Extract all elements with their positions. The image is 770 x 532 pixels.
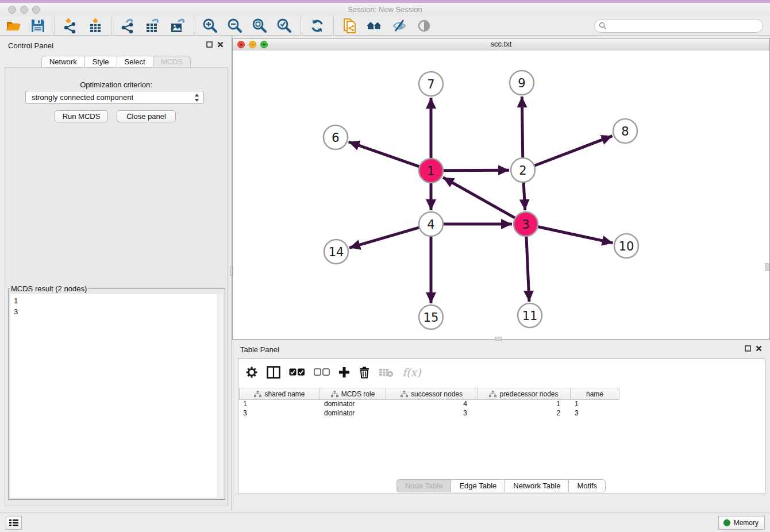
column-header-mcds-role[interactable]: MCDS role bbox=[320, 388, 386, 400]
minimize-window-button[interactable] bbox=[20, 6, 28, 14]
run-mcds-button[interactable]: Run MCDS bbox=[55, 110, 108, 122]
network-graph[interactable]: 1234678910111415 bbox=[233, 51, 769, 339]
tab-select[interactable]: Select bbox=[117, 56, 153, 68]
new-network-from-selection-icon[interactable] bbox=[341, 17, 359, 34]
save-session-icon[interactable] bbox=[29, 17, 47, 34]
function-builder-icon[interactable]: f(x) bbox=[402, 365, 421, 380]
first-neighbors-icon[interactable] bbox=[366, 17, 383, 34]
open-file-icon[interactable] bbox=[5, 17, 22, 34]
tab-edge-table[interactable]: Edge Table bbox=[451, 479, 505, 492]
result-scrollbar[interactable] bbox=[217, 294, 223, 498]
export-network-icon[interactable] bbox=[120, 17, 137, 34]
node-label: 10 bbox=[619, 240, 634, 253]
delete-table-icon[interactable] bbox=[379, 365, 394, 380]
zoom-in-icon[interactable] bbox=[202, 17, 219, 34]
select-all-columns-icon[interactable] bbox=[289, 365, 305, 380]
edge-2-9[interactable] bbox=[522, 97, 522, 158]
toggle-panel-columns-icon[interactable] bbox=[267, 365, 280, 380]
edge-4-14[interactable] bbox=[349, 228, 419, 248]
cell-predecessor-nodes[interactable]: 2 bbox=[478, 409, 571, 418]
table-row[interactable]: 1dominator411 bbox=[239, 400, 764, 409]
tab-network-table[interactable]: Network Table bbox=[505, 479, 568, 492]
tab-style[interactable]: Style bbox=[84, 56, 117, 68]
edge-3-1[interactable] bbox=[443, 178, 515, 218]
node-7[interactable]: 7 bbox=[419, 72, 443, 96]
edge-1-6[interactable] bbox=[349, 142, 420, 167]
tab-node-table[interactable]: Node Table bbox=[396, 479, 451, 492]
cell-mcds-role[interactable]: dominator bbox=[320, 409, 386, 418]
refresh-view-icon[interactable] bbox=[309, 17, 326, 34]
cell-successor-nodes[interactable]: 4 bbox=[386, 400, 478, 409]
task-history-button[interactable] bbox=[6, 516, 22, 530]
cell-predecessor-nodes[interactable]: 1 bbox=[478, 400, 571, 409]
float-panel-icon[interactable] bbox=[206, 41, 213, 48]
node-9[interactable]: 9 bbox=[510, 71, 534, 95]
cell-shared-name[interactable]: 3 bbox=[239, 409, 320, 418]
network-maximize-button[interactable]: + bbox=[260, 41, 268, 48]
zoom-selected-icon[interactable] bbox=[276, 17, 293, 34]
cell-name[interactable]: 1 bbox=[571, 400, 619, 409]
column-header-shared-name[interactable]: shared name bbox=[239, 388, 320, 400]
node-label: 1 bbox=[427, 164, 434, 178]
unselect-all-columns-icon[interactable] bbox=[314, 365, 330, 380]
node-6[interactable]: 6 bbox=[324, 125, 348, 149]
node-3[interactable]: 3 bbox=[514, 212, 538, 236]
column-header-predecessor-nodes[interactable]: predecessor nodes bbox=[478, 388, 571, 400]
node-15[interactable]: 15 bbox=[419, 305, 443, 329]
search-box[interactable] bbox=[594, 19, 763, 33]
tab-motifs[interactable]: Motifs bbox=[568, 479, 606, 492]
network-view-window: scc.txt × − + 1234678910111415 bbox=[232, 38, 770, 340]
node-label: 8 bbox=[621, 125, 629, 138]
optimization-criterion-label: Optimization criterion: bbox=[0, 80, 232, 89]
column-header-name[interactable]: name bbox=[571, 388, 619, 400]
tab-network[interactable]: Network bbox=[41, 56, 84, 68]
node-label: 6 bbox=[332, 131, 339, 145]
zoom-out-icon[interactable] bbox=[226, 17, 244, 34]
import-network-icon[interactable] bbox=[62, 17, 79, 34]
zoom-window-button[interactable] bbox=[32, 6, 40, 14]
mcds-result-text[interactable]: 1 3 bbox=[10, 294, 223, 498]
node-4[interactable]: 4 bbox=[419, 212, 443, 236]
node-1[interactable]: 1 bbox=[419, 159, 443, 183]
close-panel-button[interactable]: Close panel bbox=[117, 110, 176, 122]
cell-successor-nodes[interactable]: 3 bbox=[386, 409, 478, 418]
show-all-icon[interactable] bbox=[415, 17, 433, 34]
tab-mcds[interactable]: MCDS bbox=[153, 56, 191, 68]
close-panel-icon[interactable] bbox=[756, 345, 762, 352]
memory-button[interactable]: Memory bbox=[718, 516, 765, 530]
column-header-successor-nodes[interactable]: successor nodes bbox=[386, 388, 478, 400]
export-table-icon[interactable] bbox=[144, 17, 161, 34]
cell-shared-name[interactable]: 1 bbox=[239, 400, 320, 409]
export-image-icon[interactable] bbox=[169, 17, 186, 34]
node-10[interactable]: 10 bbox=[614, 234, 638, 258]
network-canvas[interactable]: 1234678910111415 bbox=[233, 51, 769, 339]
right-divider-handle[interactable] bbox=[765, 263, 769, 271]
edge-3-11[interactable] bbox=[526, 236, 529, 302]
import-table-icon[interactable] bbox=[87, 17, 104, 34]
zoom-fit-icon[interactable] bbox=[251, 17, 268, 34]
delete-column-trash-icon[interactable] bbox=[359, 365, 370, 380]
horizontal-divider-handle[interactable] bbox=[495, 337, 502, 341]
node-11[interactable]: 11 bbox=[518, 303, 542, 327]
table-row[interactable]: 3dominator323 bbox=[239, 409, 764, 418]
network-window-titlebar[interactable]: scc.txt bbox=[233, 38, 769, 51]
node-8[interactable]: 8 bbox=[613, 119, 637, 143]
hide-selected-icon[interactable] bbox=[391, 17, 408, 34]
edge-1-2[interactable] bbox=[443, 170, 509, 171]
create-column-plus-icon[interactable] bbox=[338, 365, 350, 380]
cell-name[interactable]: 3 bbox=[571, 409, 619, 418]
table-settings-gear-icon[interactable] bbox=[245, 365, 258, 380]
search-input[interactable] bbox=[610, 20, 759, 32]
edge-2-3[interactable] bbox=[523, 182, 525, 210]
network-close-button[interactable]: × bbox=[237, 41, 245, 48]
close-window-button[interactable] bbox=[8, 6, 16, 14]
edge-3-10[interactable] bbox=[538, 226, 613, 242]
network-minimize-button[interactable]: − bbox=[249, 41, 256, 48]
close-panel-icon[interactable] bbox=[217, 41, 224, 48]
node-2[interactable]: 2 bbox=[511, 158, 535, 182]
node-14[interactable]: 14 bbox=[324, 240, 348, 264]
cell-mcds-role[interactable]: dominator bbox=[320, 400, 386, 409]
float-panel-icon[interactable] bbox=[745, 345, 751, 352]
criterion-dropdown[interactable]: strongly connected component bbox=[25, 91, 204, 104]
edge-2-8[interactable] bbox=[534, 136, 613, 166]
